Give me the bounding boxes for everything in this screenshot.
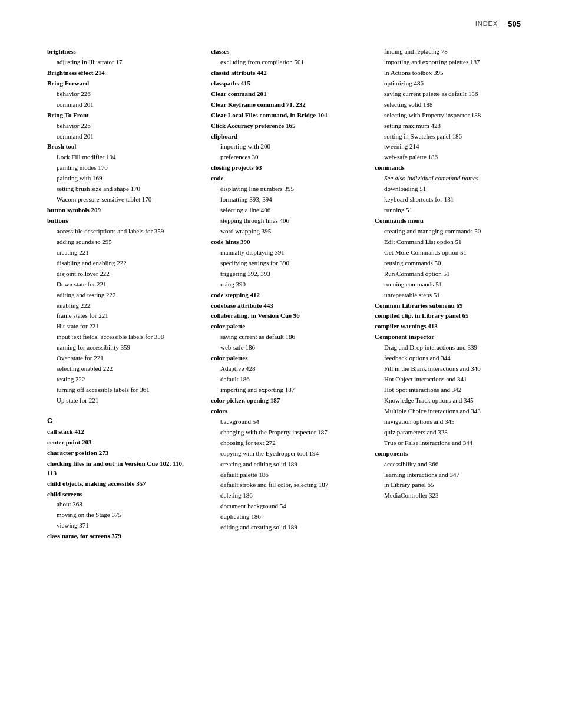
index-sub-entry: running commands 51 xyxy=(375,280,521,289)
index-sub-entry: feedback options and 344 xyxy=(375,354,521,363)
index-sub-entry: input text fields, accessible labels for… xyxy=(47,332,193,342)
column-1: brightnessadjusting in Illustrator 17Bri… xyxy=(47,47,193,542)
index-sub-entry: optimizing 486 xyxy=(375,79,521,88)
index-sub-entry: changing with the Property inspector 187 xyxy=(211,428,357,437)
index-sub-entry: Hot Spot interactions and 342 xyxy=(375,386,521,395)
index-main-entry: child screens xyxy=(47,490,193,499)
index-sub-entry: moving on the Stage 375 xyxy=(47,510,193,520)
index-main-entry: color palette xyxy=(211,322,357,331)
index-main-entry: Component inspector xyxy=(375,332,521,342)
index-main-entry: brightness xyxy=(47,47,193,57)
index-sub-entry: creating and editing solid 189 xyxy=(211,460,357,469)
index-main-entry: checking files in and out, in Version Cu… xyxy=(47,459,193,478)
index-main-entry: class name, for screens 379 xyxy=(47,532,193,541)
index-sub-entry: web-safe palette 186 xyxy=(375,153,521,162)
index-sub-entry: duplicating 186 xyxy=(211,512,357,522)
index-sub-entry: viewing 371 xyxy=(47,521,193,531)
index-sub-entry: copying with the Eyedropper tool 194 xyxy=(211,449,357,459)
index-main-entry: Bring Forward xyxy=(47,79,193,88)
index-sub-entry: web-safe 186 xyxy=(211,343,357,353)
index-main-entry: Clear command 201 xyxy=(211,90,357,99)
header-divider xyxy=(503,19,503,28)
index-main-entry: colors xyxy=(211,407,357,416)
index-sub-entry: word wrapping 395 xyxy=(211,227,357,236)
index-main-entry: compiled clip, in Library panel 65 xyxy=(375,311,521,321)
index-main-entry: code stepping 412 xyxy=(211,291,357,300)
index-main-entry: Commands menu xyxy=(375,216,521,226)
index-sub-entry: disjoint rollover 222 xyxy=(47,269,193,279)
index-sub-entry: setting maximum 428 xyxy=(375,121,521,131)
index-sub-entry: using 390 xyxy=(211,280,357,289)
index-sub-entry: excluding from compilation 501 xyxy=(211,58,357,67)
index-main-entry: center point 203 xyxy=(47,438,193,447)
index-sub-entry: selecting with Property inspector 188 xyxy=(375,111,521,120)
index-sub-entry: creating and managing commands 50 xyxy=(375,227,521,236)
index-sub-entry: unrepeatable steps 51 xyxy=(375,291,521,300)
index-sub-entry: Up state for 221 xyxy=(47,396,193,406)
index-sub-entry: about 368 xyxy=(47,500,193,509)
index-sub-entry: in Actions toolbox 395 xyxy=(375,68,521,78)
index-sub-entry: reusing commands 50 xyxy=(375,259,521,268)
index-sub-entry: selecting a line 406 xyxy=(211,206,357,215)
index-sub-entry: Drag and Drop interactions and 339 xyxy=(375,343,521,353)
index-main-entry: closing projects 63 xyxy=(211,163,357,173)
index-sub-entry: triggering 392, 393 xyxy=(211,269,357,279)
index-main-entry: Clear Keyframe command 71, 232 xyxy=(211,100,357,110)
index-sub-entry: behavior 226 xyxy=(47,121,193,131)
index-main-entry: Bring To Front xyxy=(47,111,193,120)
index-sub-entry: navigation options and 345 xyxy=(375,417,521,427)
index-sub-entry: keyboard shortcuts for 131 xyxy=(375,195,521,205)
page-header: INDEX 505 xyxy=(475,19,521,28)
index-main-entry: Clear Local Files command, in Bridge 104 xyxy=(211,111,357,120)
index-sub-entry: manually displaying 391 xyxy=(211,248,357,258)
index-sub-entry: setting brush size and shape 170 xyxy=(47,185,193,194)
index-sub-entry: tweening 214 xyxy=(375,142,521,151)
index-sub-entry: quiz parameters and 328 xyxy=(375,428,521,437)
index-sub-entry: saving current as default 186 xyxy=(211,332,357,342)
index-sub-entry: document background 54 xyxy=(211,502,357,511)
index-sub-entry: default stroke and fill color, selecting… xyxy=(211,480,357,490)
section-letter-C: C xyxy=(47,416,193,425)
index-sub-entry: Multiple Choice interactions and 343 xyxy=(375,407,521,416)
index-sub-entry: choosing for text 272 xyxy=(211,439,357,448)
index-main-entry: Brightness effect 214 xyxy=(47,68,193,78)
index-sub-italic-entry: See also individual command names xyxy=(375,174,521,183)
index-main-entry: Brush tool xyxy=(47,142,193,151)
index-sub-entry: disabling and enabling 222 xyxy=(47,259,193,268)
index-sub-entry: specifying settings for 390 xyxy=(211,259,357,268)
index-sub-entry: accessible descriptions and labels for 3… xyxy=(47,227,193,236)
column-3: finding and replacing 78importing and ex… xyxy=(375,47,521,542)
index-sub-entry: turning off accessible labels for 361 xyxy=(47,386,193,395)
index-sub-entry: MediaController 323 xyxy=(375,491,521,500)
index-sub-entry: command 201 xyxy=(47,132,193,141)
index-sub-entry: preferences 30 xyxy=(211,153,357,162)
index-main-entry: character position 273 xyxy=(47,449,193,458)
index-sub-entry: learning interactions and 347 xyxy=(375,470,521,480)
index-sub-entry: background 54 xyxy=(211,417,357,427)
index-main-entry: components xyxy=(375,449,521,459)
index-sub-entry: sorting in Swatches panel 186 xyxy=(375,132,521,141)
index-main-entry: collaborating, in Version Cue 96 xyxy=(211,311,357,321)
index-sub-entry: displaying line numbers 395 xyxy=(211,185,357,194)
index-sub-entry: running 51 xyxy=(375,206,521,215)
index-main-entry: buttons xyxy=(47,216,193,226)
index-sub-entry: Edit Command List option 51 xyxy=(375,238,521,247)
index-sub-entry: deleting 186 xyxy=(211,491,357,500)
index-sub-entry: saving current palette as default 186 xyxy=(375,90,521,99)
index-sub-entry: behavior 226 xyxy=(47,90,193,99)
index-sub-entry: Adaptive 428 xyxy=(211,364,357,374)
index-main-entry: child objects, making accessible 357 xyxy=(47,479,193,489)
index-main-entry: classpaths 415 xyxy=(211,79,357,88)
index-sub-entry: Down state for 221 xyxy=(47,280,193,289)
index-sub-entry: Get More Commands option 51 xyxy=(375,248,521,258)
index-sub-entry: importing and exporting 187 xyxy=(211,386,357,395)
index-sub-entry: importing and exporting palettes 187 xyxy=(375,58,521,67)
index-main-entry: compiler warnings 413 xyxy=(375,322,521,331)
index-main-entry: color picker, opening 187 xyxy=(211,396,357,406)
index-sub-entry: selecting enabled 222 xyxy=(47,364,193,374)
index-sub-entry: painting modes 170 xyxy=(47,163,193,173)
index-columns: brightnessadjusting in Illustrator 17Bri… xyxy=(47,47,521,542)
index-sub-entry: True or False interactions and 344 xyxy=(375,439,521,448)
index-sub-entry: adjusting in Illustrator 17 xyxy=(47,58,193,67)
index-sub-entry: Run Command option 51 xyxy=(375,269,521,279)
